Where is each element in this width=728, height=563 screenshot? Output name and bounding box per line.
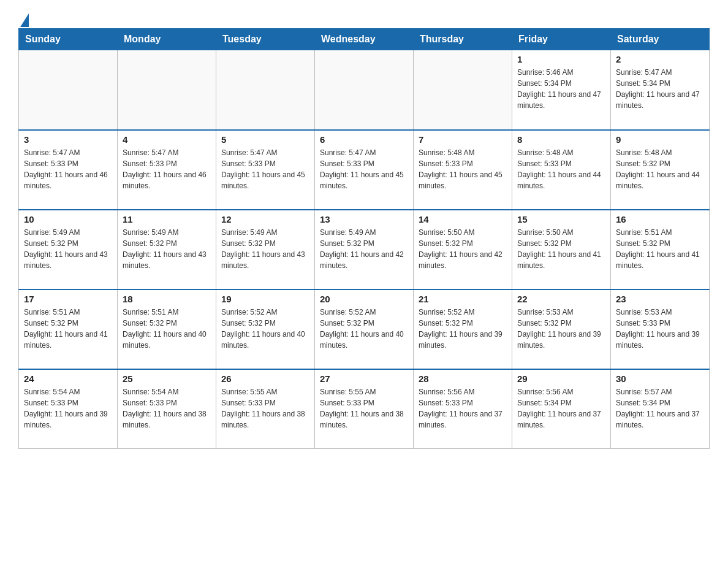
day-number: 6	[320, 134, 408, 145]
day-info: Sunrise: 5:49 AMSunset: 5:32 PMDaylight:…	[320, 227, 408, 271]
day-number: 13	[320, 214, 408, 224]
day-info: Sunrise: 5:49 AMSunset: 5:32 PMDaylight:…	[24, 227, 112, 271]
day-info: Sunrise: 5:54 AMSunset: 5:33 PMDaylight:…	[24, 386, 112, 431]
weekday-header-saturday: Saturday	[611, 29, 710, 50]
day-info: Sunrise: 5:51 AMSunset: 5:32 PMDaylight:…	[24, 307, 112, 351]
day-info: Sunrise: 5:52 AMSunset: 5:32 PMDaylight:…	[419, 307, 507, 351]
calendar-cell: 7Sunrise: 5:48 AMSunset: 5:33 PMDaylight…	[414, 130, 512, 210]
day-number: 24	[24, 373, 112, 384]
day-info: Sunrise: 5:48 AMSunset: 5:32 PMDaylight:…	[616, 147, 704, 191]
calendar-table: SundayMondayTuesdayWednesdayThursdayFrid…	[18, 28, 710, 449]
day-number: 28	[419, 373, 507, 384]
day-info: Sunrise: 5:53 AMSunset: 5:32 PMDaylight:…	[517, 307, 605, 351]
day-info: Sunrise: 5:50 AMSunset: 5:32 PMDaylight:…	[517, 227, 605, 271]
day-info: Sunrise: 5:51 AMSunset: 5:32 PMDaylight:…	[123, 307, 211, 351]
calendar-cell: 1Sunrise: 5:46 AMSunset: 5:34 PMDaylight…	[512, 50, 611, 130]
calendar-cell: 4Sunrise: 5:47 AMSunset: 5:33 PMDaylight…	[118, 130, 216, 210]
day-info: Sunrise: 5:48 AMSunset: 5:33 PMDaylight:…	[517, 147, 605, 191]
calendar-cell	[315, 50, 414, 130]
day-info: Sunrise: 5:47 AMSunset: 5:33 PMDaylight:…	[123, 147, 211, 191]
day-number: 25	[123, 373, 211, 384]
calendar-cell: 23Sunrise: 5:53 AMSunset: 5:33 PMDayligh…	[611, 289, 710, 369]
calendar-cell: 21Sunrise: 5:52 AMSunset: 5:32 PMDayligh…	[414, 289, 512, 369]
calendar-cell: 10Sunrise: 5:49 AMSunset: 5:32 PMDayligh…	[19, 210, 118, 289]
day-info: Sunrise: 5:49 AMSunset: 5:32 PMDaylight:…	[221, 227, 309, 271]
calendar-cell	[118, 50, 216, 130]
week-row-2: 3Sunrise: 5:47 AMSunset: 5:33 PMDaylight…	[19, 130, 710, 210]
day-number: 21	[419, 294, 507, 304]
day-number: 19	[221, 294, 309, 304]
logo	[18, 12, 29, 22]
calendar-cell: 27Sunrise: 5:55 AMSunset: 5:33 PMDayligh…	[315, 369, 414, 449]
day-number: 5	[221, 134, 309, 145]
calendar-cell: 3Sunrise: 5:47 AMSunset: 5:33 PMDaylight…	[19, 130, 118, 210]
weekday-header-sunday: Sunday	[19, 29, 118, 50]
calendar-cell: 6Sunrise: 5:47 AMSunset: 5:33 PMDaylight…	[315, 130, 414, 210]
day-number: 8	[517, 134, 605, 145]
day-info: Sunrise: 5:50 AMSunset: 5:32 PMDaylight:…	[419, 227, 507, 271]
day-info: Sunrise: 5:47 AMSunset: 5:33 PMDaylight:…	[320, 147, 408, 191]
calendar-cell: 16Sunrise: 5:51 AMSunset: 5:32 PMDayligh…	[611, 210, 710, 289]
logo-triangle-icon	[20, 13, 29, 27]
day-info: Sunrise: 5:47 AMSunset: 5:34 PMDaylight:…	[616, 67, 704, 111]
day-info: Sunrise: 5:52 AMSunset: 5:32 PMDaylight:…	[320, 307, 408, 351]
day-number: 17	[24, 294, 112, 304]
week-row-3: 10Sunrise: 5:49 AMSunset: 5:32 PMDayligh…	[19, 210, 710, 289]
day-number: 11	[123, 214, 211, 224]
day-number: 1	[517, 54, 605, 64]
day-number: 2	[616, 54, 704, 64]
page-header	[18, 12, 710, 22]
calendar-cell: 26Sunrise: 5:55 AMSunset: 5:33 PMDayligh…	[216, 369, 315, 449]
calendar-cell	[216, 50, 315, 130]
day-number: 9	[616, 134, 704, 145]
calendar-cell	[414, 50, 512, 130]
day-info: Sunrise: 5:51 AMSunset: 5:32 PMDaylight:…	[616, 227, 704, 271]
day-number: 4	[123, 134, 211, 145]
calendar-cell	[19, 50, 118, 130]
calendar-cell: 11Sunrise: 5:49 AMSunset: 5:32 PMDayligh…	[118, 210, 216, 289]
calendar-cell: 20Sunrise: 5:52 AMSunset: 5:32 PMDayligh…	[315, 289, 414, 369]
weekday-header-tuesday: Tuesday	[216, 29, 315, 50]
calendar-cell: 22Sunrise: 5:53 AMSunset: 5:32 PMDayligh…	[512, 289, 611, 369]
week-row-1: 1Sunrise: 5:46 AMSunset: 5:34 PMDaylight…	[19, 50, 710, 130]
calendar-cell: 18Sunrise: 5:51 AMSunset: 5:32 PMDayligh…	[118, 289, 216, 369]
day-info: Sunrise: 5:46 AMSunset: 5:34 PMDaylight:…	[517, 67, 605, 111]
day-number: 27	[320, 373, 408, 384]
day-number: 30	[616, 373, 704, 384]
calendar-cell: 8Sunrise: 5:48 AMSunset: 5:33 PMDaylight…	[512, 130, 611, 210]
day-info: Sunrise: 5:55 AMSunset: 5:33 PMDaylight:…	[221, 386, 309, 431]
calendar-cell: 2Sunrise: 5:47 AMSunset: 5:34 PMDaylight…	[611, 50, 710, 130]
day-number: 16	[616, 214, 704, 224]
calendar-cell: 25Sunrise: 5:54 AMSunset: 5:33 PMDayligh…	[118, 369, 216, 449]
calendar-cell: 29Sunrise: 5:56 AMSunset: 5:34 PMDayligh…	[512, 369, 611, 449]
day-info: Sunrise: 5:49 AMSunset: 5:32 PMDaylight:…	[123, 227, 211, 271]
day-number: 3	[24, 134, 112, 145]
day-number: 10	[24, 214, 112, 224]
calendar-cell: 13Sunrise: 5:49 AMSunset: 5:32 PMDayligh…	[315, 210, 414, 289]
day-number: 29	[517, 373, 605, 384]
day-number: 26	[221, 373, 309, 384]
calendar-cell: 12Sunrise: 5:49 AMSunset: 5:32 PMDayligh…	[216, 210, 315, 289]
day-number: 23	[616, 294, 704, 304]
calendar-cell: 5Sunrise: 5:47 AMSunset: 5:33 PMDaylight…	[216, 130, 315, 210]
week-row-5: 24Sunrise: 5:54 AMSunset: 5:33 PMDayligh…	[19, 369, 710, 449]
day-number: 18	[123, 294, 211, 304]
calendar-cell: 28Sunrise: 5:56 AMSunset: 5:33 PMDayligh…	[414, 369, 512, 449]
day-number: 14	[419, 214, 507, 224]
day-info: Sunrise: 5:47 AMSunset: 5:33 PMDaylight:…	[221, 147, 309, 191]
day-info: Sunrise: 5:57 AMSunset: 5:34 PMDaylight:…	[616, 386, 704, 431]
day-number: 20	[320, 294, 408, 304]
day-number: 7	[419, 134, 507, 145]
calendar-cell: 15Sunrise: 5:50 AMSunset: 5:32 PMDayligh…	[512, 210, 611, 289]
calendar-cell: 14Sunrise: 5:50 AMSunset: 5:32 PMDayligh…	[414, 210, 512, 289]
day-info: Sunrise: 5:56 AMSunset: 5:34 PMDaylight:…	[517, 386, 605, 431]
day-info: Sunrise: 5:48 AMSunset: 5:33 PMDaylight:…	[419, 147, 507, 191]
weekday-header-wednesday: Wednesday	[315, 29, 414, 50]
calendar-cell: 30Sunrise: 5:57 AMSunset: 5:34 PMDayligh…	[611, 369, 710, 449]
day-info: Sunrise: 5:47 AMSunset: 5:33 PMDaylight:…	[24, 147, 112, 191]
calendar-cell: 17Sunrise: 5:51 AMSunset: 5:32 PMDayligh…	[19, 289, 118, 369]
day-number: 15	[517, 214, 605, 224]
day-number: 12	[221, 214, 309, 224]
weekday-header-row: SundayMondayTuesdayWednesdayThursdayFrid…	[19, 29, 710, 50]
calendar-cell: 24Sunrise: 5:54 AMSunset: 5:33 PMDayligh…	[19, 369, 118, 449]
